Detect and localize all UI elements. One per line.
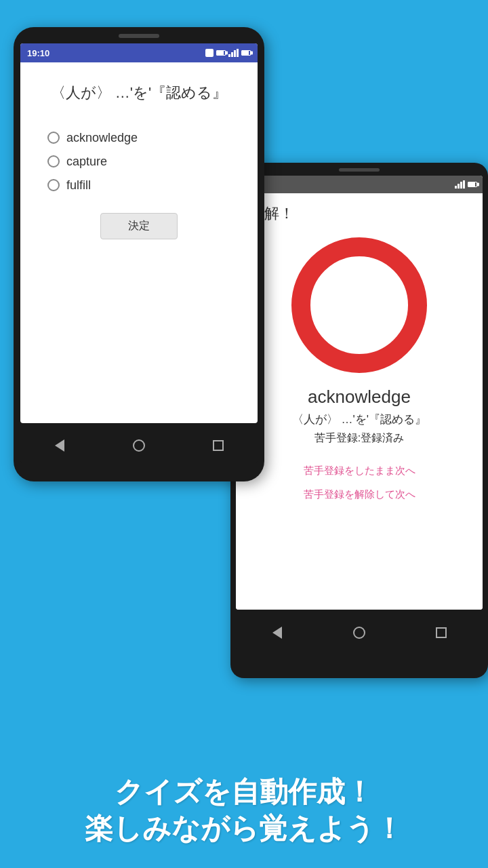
radio-1[interactable] bbox=[47, 132, 60, 144]
nav-bar-left bbox=[20, 429, 258, 462]
recent-button-left[interactable] bbox=[211, 439, 225, 452]
phone-right: 正解！ acknowledge 〈人が〉 …'を'『認める』 苦手登録:登録済み… bbox=[230, 163, 488, 678]
recent-icon-left bbox=[213, 440, 224, 451]
option-3-label: fulfill bbox=[66, 178, 91, 193]
result-meaning: 〈人が〉 …'を'『認める』 bbox=[292, 412, 426, 427]
back-button-right[interactable] bbox=[270, 626, 284, 639]
action-keep-button[interactable]: 苦手登録をしたまま次へ bbox=[304, 465, 415, 477]
status-icons-left bbox=[205, 49, 251, 57]
correct-circle bbox=[291, 237, 427, 373]
status-icons-right-right bbox=[455, 180, 477, 189]
option-1-label: acknowledge bbox=[66, 131, 138, 145]
result-word: acknowledge bbox=[308, 387, 411, 408]
battery-icon bbox=[216, 50, 226, 56]
back-button-left[interactable] bbox=[53, 439, 66, 452]
result-registered: 苦手登録:登録済み bbox=[314, 431, 404, 446]
phone-left-screen: 19:10 〈人が〉 …'を'『認める』 bbox=[20, 43, 258, 423]
battery2-icon bbox=[241, 50, 251, 56]
result-content: 正解！ acknowledge 〈人が〉 …'を'『認める』 苦手登録:登録済み… bbox=[236, 193, 483, 610]
option-2-label: capture bbox=[66, 155, 107, 169]
radio-2[interactable] bbox=[47, 155, 60, 167]
battery2-fill-right bbox=[468, 182, 475, 186]
phone-right-speaker bbox=[339, 168, 380, 172]
phone-right-screen: 正解！ acknowledge 〈人が〉 …'を'『認める』 苦手登録:登録済み… bbox=[236, 176, 483, 610]
recent-button-right[interactable] bbox=[434, 626, 448, 639]
status-bar-left: 19:10 bbox=[20, 43, 258, 62]
decide-button[interactable]: 決定 bbox=[100, 213, 178, 239]
quiz-content: 〈人が〉 …'を'『認める』 acknowledge capture fulfi… bbox=[20, 62, 258, 423]
action-remove-button[interactable]: 苦手登録を解除して次へ bbox=[304, 488, 415, 501]
recent-icon-right bbox=[436, 627, 447, 638]
option-1[interactable]: acknowledge bbox=[47, 131, 244, 145]
home-button-left[interactable] bbox=[132, 439, 146, 452]
quiz-question: 〈人が〉 …'を'『認める』 bbox=[51, 83, 228, 104]
bottom-line1: クイズを自動作成！ bbox=[0, 774, 488, 811]
status-bar-right bbox=[236, 176, 483, 193]
option-2[interactable]: capture bbox=[47, 155, 244, 169]
nav-bar-right bbox=[236, 614, 483, 651]
bottom-text-area: クイズを自動作成！ 楽しみながら覚えよう！ bbox=[0, 774, 488, 848]
home-icon-left bbox=[133, 439, 145, 452]
option-3[interactable]: fulfill bbox=[47, 178, 244, 193]
status-time: 19:10 bbox=[27, 48, 49, 58]
back-icon-left bbox=[55, 439, 64, 452]
phone-left: 19:10 〈人が〉 …'を'『認める』 bbox=[14, 27, 264, 481]
bottom-line2: 楽しみながら覚えよう！ bbox=[0, 810, 488, 848]
signal-icon-right bbox=[455, 180, 465, 189]
signal-icon bbox=[228, 49, 239, 57]
radio-3[interactable] bbox=[47, 179, 60, 191]
battery2-icon-right bbox=[468, 182, 477, 187]
battery-fill bbox=[217, 51, 224, 55]
phone-left-speaker bbox=[119, 34, 159, 38]
home-icon-right bbox=[353, 627, 365, 639]
home-button-right[interactable] bbox=[352, 626, 366, 639]
back-icon-right bbox=[272, 627, 282, 639]
battery2-fill bbox=[242, 51, 249, 55]
options-list: acknowledge capture fulfill bbox=[34, 131, 244, 193]
gear-icon bbox=[205, 49, 214, 57]
